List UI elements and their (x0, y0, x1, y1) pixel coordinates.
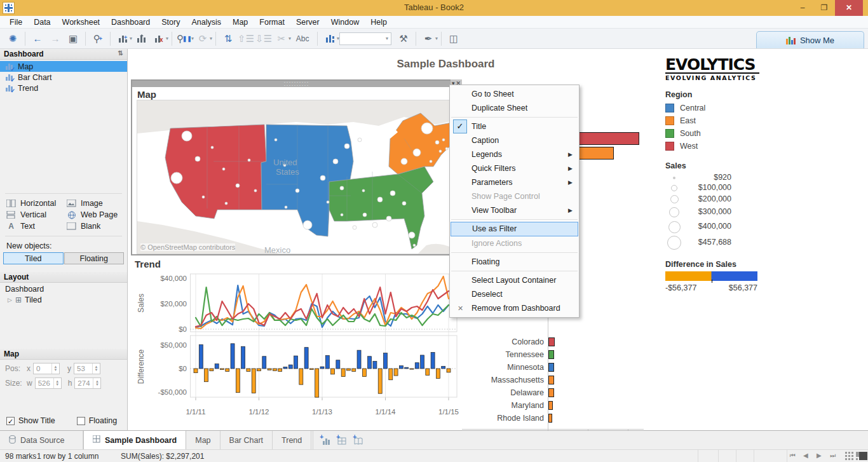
highlight-icon[interactable]: ✒ (420, 31, 437, 46)
trend-chart[interactable]: 1/1/111/1/121/1/131/1/141/1/15$40,000$20… (131, 270, 461, 429)
last-sheet-icon[interactable]: ⏭ (830, 452, 836, 459)
minimize-button[interactable]: – (792, 0, 813, 16)
menu-analysis[interactable]: Analysis (186, 17, 227, 28)
state-bar[interactable] (548, 388, 554, 397)
menu-server[interactable]: Server (290, 17, 325, 28)
state-row-massachusetts[interactable]: Massachusetts (462, 374, 660, 386)
layout-tiled-item[interactable]: ▷ ⊞ Tiled (0, 294, 127, 304)
region-legend-item-central[interactable]: Central (665, 102, 764, 114)
new-story-button[interactable]: + (354, 436, 364, 445)
presentation-mode-icon[interactable]: ◫ (445, 31, 462, 46)
show-me-button[interactable]: Show Me (756, 31, 864, 48)
state-bar[interactable] (548, 414, 552, 423)
size-w-stepper[interactable]: 526▲▼ (35, 377, 62, 389)
sidebar-sheet-bar-chart[interactable]: ✓Bar Chart (0, 72, 127, 83)
state-bar[interactable] (548, 376, 554, 384)
tableau-logo-icon[interactable]: ✺ (4, 31, 21, 46)
menu-map[interactable]: Map (227, 17, 254, 28)
tab-data-source[interactable]: Data Source (0, 431, 83, 449)
object-vertical[interactable]: Vertical (6, 210, 67, 220)
show-tabs-icon[interactable] (845, 452, 854, 460)
group-members-dropdown-icon[interactable]: ▾ (288, 36, 291, 41)
pause-updates-dropdown-icon[interactable]: ▾ (191, 36, 194, 41)
show-mark-labels-icon[interactable]: Abc (292, 31, 313, 46)
sales-size-item[interactable]: $300,000 (665, 206, 764, 220)
clear-sheet-dropdown-icon[interactable]: ▾ (166, 36, 168, 41)
state-bar[interactable] (548, 350, 554, 359)
save-icon[interactable]: ▣ (65, 31, 81, 46)
menu-format[interactable]: Format (254, 17, 290, 28)
state-row-maryland[interactable]: Maryland (462, 399, 660, 412)
state-row-colorado[interactable]: Colorado (462, 336, 660, 348)
add-data-source-icon[interactable]: ⚲+ (90, 31, 106, 46)
menu-item-select-layout-container[interactable]: Select Layout Container (451, 273, 578, 287)
expand-triangle-icon[interactable]: ▷ (8, 297, 12, 303)
sidebar-sheet-map[interactable]: ✓Map (0, 61, 127, 72)
tab-map[interactable]: Map (186, 431, 220, 449)
new-worksheet-button[interactable]: + (321, 436, 331, 445)
new-worksheet-dropdown-icon[interactable]: ▾ (130, 36, 132, 41)
menu-item-go-to-sheet[interactable]: Go to Sheet (451, 87, 578, 101)
region-legend-item-south[interactable]: South (665, 127, 764, 140)
menu-item-parameters[interactable]: Parameters▶ (451, 175, 578, 189)
state-bar[interactable] (548, 363, 554, 372)
menu-item-view-toolbar[interactable]: View Toolbar▶ (451, 203, 578, 217)
menu-dashboard[interactable]: Dashboard (105, 17, 156, 28)
show-title-checkbox[interactable]: ✓ Show Title (6, 416, 55, 425)
object-blank[interactable]: Blank (67, 221, 128, 231)
trend-panel[interactable]: Trend 1/1/111/1/121/1/131/1/141/1/15$40,… (131, 256, 461, 430)
object-web-page[interactable]: Web Page (67, 210, 128, 220)
menu-item-legends[interactable]: Legends▶ (451, 147, 578, 161)
fit-axes-icon[interactable] (322, 31, 338, 46)
menu-item-use-as-filter[interactable]: Use as Filter (451, 222, 578, 236)
pause-updates-icon[interactable]: ⚲❚❚ (176, 31, 193, 46)
menu-help[interactable]: Help (365, 17, 393, 28)
pos-y-stepper[interactable]: 53▲▼ (74, 363, 100, 374)
prev-sheet-icon[interactable]: ◀ (803, 452, 808, 459)
highlight-dropdown-icon[interactable]: ▾ (435, 36, 438, 41)
menu-story[interactable]: Story (156, 17, 186, 28)
drag-handle-icon[interactable]: ···················· (284, 81, 309, 87)
object-text[interactable]: AText (6, 221, 67, 231)
state-row-delaware[interactable]: Delaware (462, 386, 660, 399)
redo-icon[interactable]: → (47, 31, 64, 46)
menu-item-quick-filters[interactable]: Quick Filters▶ (451, 161, 578, 175)
state-row-tennessee[interactable]: Tennessee (462, 348, 660, 361)
tab-bar-chart[interactable]: Bar Chart (220, 431, 273, 449)
menu-worksheet[interactable]: Worksheet (57, 17, 106, 28)
pos-x-stepper[interactable]: 0▲▼ (33, 363, 60, 374)
size-h-stepper[interactable]: 274▲▼ (74, 377, 101, 389)
fullscreen-icon[interactable] (859, 452, 868, 460)
duplicate-sheet-icon[interactable] (133, 31, 149, 46)
fix-axes-pin-icon[interactable]: ⚒ (395, 31, 412, 46)
menu-window[interactable]: Window (325, 17, 365, 28)
object-image[interactable]: Image (67, 198, 128, 208)
us-map[interactable]: United States Mexico © OpenStreetMap con… (137, 100, 459, 254)
sales-size-item[interactable]: $400,000 (665, 219, 764, 234)
sales-size-item[interactable]: $200,000 (665, 193, 764, 205)
floating-checkbox[interactable]: Floating (77, 416, 117, 425)
refresh-dropdown-icon[interactable]: ▾ (210, 36, 212, 41)
state-bar[interactable] (548, 401, 553, 410)
menu-item-duplicate-sheet[interactable]: Duplicate Sheet (451, 101, 578, 115)
sort-descending-icon[interactable]: ⇩☰ (255, 31, 272, 46)
checkbox-checked-icon[interactable]: ✓ (6, 417, 15, 425)
state-row-minnesota[interactable]: Minnesota (462, 361, 660, 374)
next-sheet-icon[interactable]: ▶ (817, 452, 822, 459)
swap-axes-icon[interactable]: ⇅ (220, 31, 236, 46)
state-bar[interactable] (548, 337, 555, 346)
sales-size-item[interactable]: $457,688 (665, 234, 764, 251)
refresh-icon[interactable]: ⟳ (194, 31, 211, 46)
menu-item-remove-from-dashboard[interactable]: Remove from Dashboard✕ (451, 301, 578, 315)
map-panel-drag-strip[interactable]: ···················· (132, 81, 461, 87)
tab-trend[interactable]: Trend (273, 431, 311, 449)
layout-dashboard-item[interactable]: Dashboard (0, 283, 127, 294)
menu-item-title[interactable]: Title✓ (451, 119, 578, 133)
region-legend-item-west[interactable]: West (665, 140, 764, 153)
menu-file[interactable]: File (4, 17, 28, 28)
menu-data[interactable]: Data (28, 17, 56, 28)
sales-size-item[interactable]: $920 (665, 173, 764, 182)
tiled-button[interactable]: Tiled (3, 252, 64, 264)
sort-ascending-icon[interactable]: ⇧☰ (238, 31, 254, 46)
new-dashboard-button[interactable]: + (337, 436, 348, 445)
